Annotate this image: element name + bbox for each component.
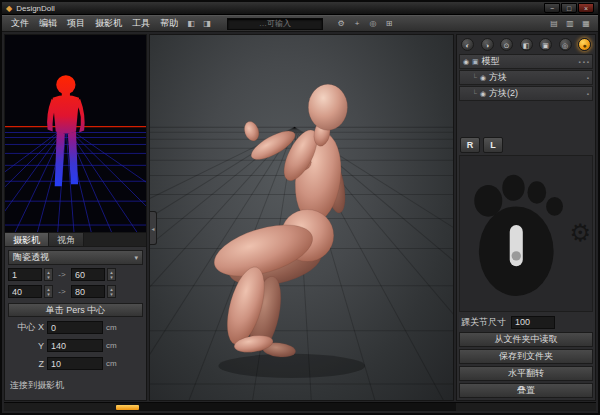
close-button[interactable]: × <box>578 3 594 13</box>
center-z-row: Z cm <box>8 356 143 371</box>
status-right-track <box>456 403 596 411</box>
magnet-icon[interactable]: ◨ <box>200 16 214 31</box>
visibility-eye-icon[interactable]: ◉ <box>480 74 486 82</box>
fov-row-2: ▴ ▾ -> ▴ ▾ <box>8 284 143 299</box>
tree-label: 模型 <box>482 55 500 68</box>
tab-view[interactable]: 视角 <box>49 233 84 246</box>
tree-label: 方块 <box>489 71 507 84</box>
menu-item-camera[interactable]: 摄影机 <box>90 15 127 32</box>
search-icon[interactable]: ◎ <box>366 16 380 31</box>
side-selector: R L <box>459 137 593 153</box>
layout-panes-icon[interactable]: ▤ <box>547 16 561 31</box>
flip-horizontal-button[interactable]: 水平翻转 <box>459 366 593 381</box>
mini-icon[interactable]: ▪ <box>583 59 585 65</box>
tree-branch-icon: └ <box>472 74 477 81</box>
mini-icon[interactable]: ▪ <box>587 91 589 97</box>
app-icon: ◆ <box>6 2 12 15</box>
camera-tool-icon[interactable]: ◎ <box>559 38 572 51</box>
mirror-tool-icon[interactable]: ▣ <box>539 38 552 51</box>
titlebar: ◆ DesignDoll − □ × <box>2 2 598 15</box>
center-y-input[interactable] <box>47 339 103 352</box>
save-to-folder-button[interactable]: 保存到文件夹 <box>459 349 593 364</box>
gear-icon[interactable]: ⚙ <box>569 221 591 245</box>
unit-label: cm <box>106 323 117 332</box>
foot-slider-knob[interactable] <box>512 251 521 260</box>
command-hint: …可输入 <box>259 18 291 29</box>
camera-panel: 摄影机 视角 陶瓷透视 ▾ ▴ ▾ -> ▴ <box>4 34 147 401</box>
fov2-from-input[interactable] <box>8 285 42 298</box>
unit-label: cm <box>106 341 117 350</box>
ankle-size-row: 踝关节尺寸 <box>459 314 593 330</box>
perspective-dropdown[interactable]: 陶瓷透视 ▾ <box>8 250 143 265</box>
spin-down-icon[interactable]: ▾ <box>110 275 113 280</box>
fov1-from-stepper[interactable]: ▴ ▾ <box>44 268 53 281</box>
window-title: DesignDoll <box>16 4 55 13</box>
gear-icon[interactable]: ⚙ <box>334 16 348 31</box>
panel-collapse-handle[interactable]: ◂ <box>150 211 157 245</box>
menu-item-project[interactable]: 项目 <box>62 15 90 32</box>
link-to-camera[interactable]: 连接到摄影机 <box>8 379 143 392</box>
spin-down-icon[interactable]: ▾ <box>47 275 50 280</box>
model-toolbar: ◐ ◑ ⊙ ◧ ▣ ◎ ● <box>459 37 593 52</box>
visibility-eye-icon[interactable]: ◉ <box>463 58 469 66</box>
fov1-to-stepper[interactable]: ▴ ▾ <box>107 268 116 281</box>
tree-row-model[interactable]: ◉ ▣ 模型 ▪ ▪ ▪ <box>459 54 593 69</box>
maximize-button[interactable]: □ <box>561 3 577 13</box>
snap-icon[interactable]: ◧ <box>184 16 198 31</box>
tree-row-block[interactable]: └ ◉ 方块 ▪ <box>459 70 593 85</box>
menu-item-edit[interactable]: 编辑 <box>34 15 62 32</box>
fov1-to-input[interactable] <box>71 268 105 281</box>
tree-row-block-2[interactable]: └ ◉ 方块(2) ▪ <box>459 86 593 101</box>
tree-label: 方块(2) <box>489 87 518 100</box>
progress-segment[interactable] <box>116 405 139 410</box>
tab-camera[interactable]: 摄影机 <box>5 233 49 246</box>
menu-item-help[interactable]: 帮助 <box>155 15 183 32</box>
plus-icon[interactable]: + <box>350 16 364 31</box>
mini-icon[interactable]: ▪ <box>587 75 589 81</box>
mini-icon[interactable]: ▪ <box>587 59 589 65</box>
menu-item-tools[interactable]: 工具 <box>127 15 155 32</box>
overlay-button[interactable]: 叠置 <box>459 383 593 398</box>
left-side-button[interactable]: L <box>483 137 503 153</box>
fov1-from-input[interactable] <box>8 268 42 281</box>
right-side-button[interactable]: R <box>460 137 480 153</box>
spin-down-icon[interactable]: ▾ <box>110 292 113 297</box>
mannequin-figure[interactable] <box>209 84 350 358</box>
active-tool-icon[interactable]: ● <box>578 38 591 51</box>
move-tool-icon[interactable]: ◑ <box>481 38 494 51</box>
visibility-eye-icon[interactable]: ◉ <box>480 90 486 98</box>
scale-tool-icon[interactable]: ◧ <box>520 38 533 51</box>
fov2-from-stepper[interactable]: ▴ ▾ <box>44 285 53 298</box>
collapse-left-icon: ◂ <box>151 225 154 232</box>
fov2-to-input[interactable] <box>71 285 105 298</box>
minimize-button[interactable]: − <box>544 3 560 13</box>
spin-down-icon[interactable]: ▾ <box>47 292 50 297</box>
grid-icon[interactable]: ⊞ <box>382 16 396 31</box>
status-bar <box>4 402 596 411</box>
menu-item-file[interactable]: 文件 <box>6 15 34 32</box>
fov2-to-stepper[interactable]: ▴ ▾ <box>107 285 116 298</box>
mini-icon[interactable]: ▪ <box>579 59 581 65</box>
viewport-scrollbar[interactable] <box>139 403 456 411</box>
layout-grid-icon[interactable]: ▦ <box>579 16 593 31</box>
model-cube-icon: ▣ <box>472 58 479 66</box>
camera-preview-viewport[interactable] <box>5 35 146 233</box>
layout-split-icon[interactable]: ▥ <box>563 16 577 31</box>
command-input[interactable]: …可输入 <box>227 18 323 30</box>
main-3d-viewport[interactable]: ◂ <box>149 34 454 401</box>
center-z-input[interactable] <box>47 357 103 370</box>
center-x-input[interactable] <box>47 321 103 334</box>
rotate-tool-icon[interactable]: ⊙ <box>500 38 513 51</box>
foot-editor[interactable]: ⚙ <box>459 155 593 312</box>
select-tool-icon[interactable]: ◐ <box>461 38 474 51</box>
load-from-folder-button[interactable]: 从文件夹中读取 <box>459 332 593 347</box>
center-y-row: Y cm <box>8 338 143 353</box>
ankle-size-input[interactable] <box>511 316 555 329</box>
panel-spacer <box>459 103 593 135</box>
pers-center-button[interactable]: 单击 Pers 中心 <box>8 303 143 317</box>
menubar-tools: ⚙ + ◎ ⊞ <box>333 16 397 31</box>
ankle-size-label: 踝关节尺寸 <box>461 316 506 329</box>
window-controls: − □ × <box>544 3 594 13</box>
row-mini-icons: ▪ <box>587 91 589 97</box>
foot-actions: 从文件夹中读取 保存到文件夹 水平翻转 叠置 <box>459 332 593 398</box>
